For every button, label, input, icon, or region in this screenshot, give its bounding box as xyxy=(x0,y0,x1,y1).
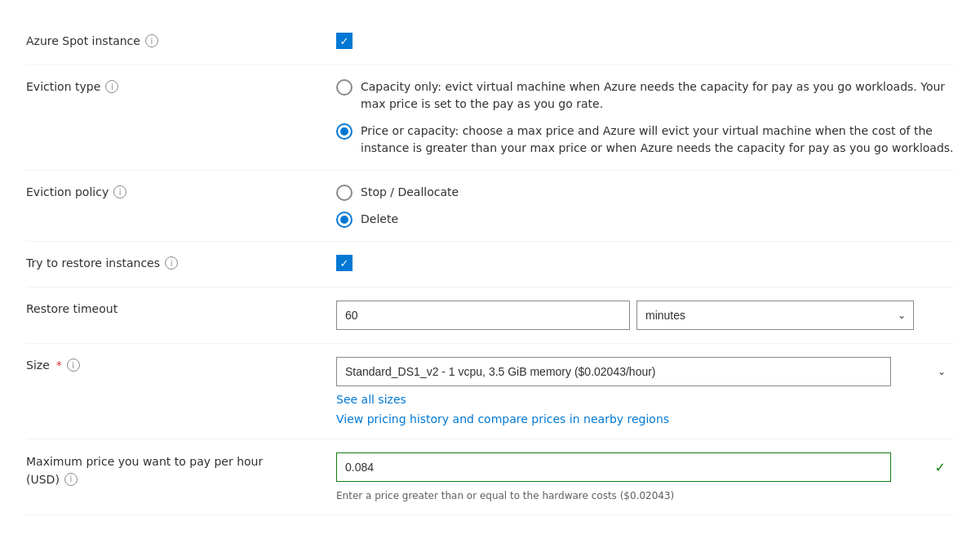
max-price-input[interactable] xyxy=(336,452,891,482)
eviction-type-capacity-only-label: Capacity only: evict virtual machine whe… xyxy=(361,78,954,113)
azure-spot-instance-row: Azure Spot instance i ✓ xyxy=(26,20,954,65)
eviction-type-capacity-only-radio[interactable] xyxy=(336,79,353,96)
see-all-sizes-link[interactable]: See all sizes xyxy=(336,393,954,406)
azure-spot-instance-label-text: Azure Spot instance xyxy=(26,34,140,47)
eviction-policy-label-text: Eviction policy xyxy=(26,185,109,198)
view-pricing-history-link[interactable]: View pricing history and compare prices … xyxy=(336,412,954,425)
size-row: Size * i Standard_DS1_v2 - 1 vcpu, 3.5 G… xyxy=(26,344,954,439)
restore-timeout-control: minutes hours ⌄ xyxy=(336,301,954,330)
azure-spot-instance-checkbox[interactable]: ✓ xyxy=(336,33,353,49)
restore-timeout-label: Restore timeout xyxy=(26,301,336,315)
max-price-input-wrapper: ✓ xyxy=(336,452,954,482)
max-price-valid-icon: ✓ xyxy=(935,460,946,475)
eviction-policy-delete-label: Delete xyxy=(361,211,398,228)
eviction-type-price-or-capacity-label: Price or capacity: choose a max price an… xyxy=(361,123,954,157)
eviction-policy-stop-deallocate-item[interactable]: Stop / Deallocate xyxy=(336,184,954,201)
size-label: Size * i xyxy=(26,357,336,372)
eviction-policy-stop-deallocate-radio[interactable] xyxy=(336,185,353,201)
eviction-policy-row: Eviction policy i Stop / Deallocate Dele… xyxy=(26,171,954,242)
max-price-control: ✓ Enter a price greater than or equal to… xyxy=(336,452,954,501)
restore-timeout-row: Restore timeout minutes hours ⌄ xyxy=(26,287,954,344)
eviction-type-price-or-capacity-radio[interactable] xyxy=(336,123,353,140)
size-select-wrapper: Standard_DS1_v2 - 1 vcpu, 3.5 GiB memory… xyxy=(336,357,954,386)
try-restore-info-icon[interactable]: i xyxy=(165,256,178,270)
eviction-policy-info-icon[interactable]: i xyxy=(113,185,126,198)
eviction-policy-stop-deallocate-label: Stop / Deallocate xyxy=(361,184,459,201)
max-price-label: Maximum price you want to pay per hour (… xyxy=(26,452,336,488)
eviction-type-info-icon[interactable]: i xyxy=(105,80,118,93)
restore-timeout-unit-wrapper: minutes hours ⌄ xyxy=(636,301,914,330)
eviction-policy-delete-radio[interactable] xyxy=(336,212,353,228)
size-control: Standard_DS1_v2 - 1 vcpu, 3.5 GiB memory… xyxy=(336,357,954,425)
restore-timeout-input[interactable] xyxy=(336,301,630,330)
eviction-type-label-text: Eviction type xyxy=(26,80,100,93)
eviction-policy-delete-item[interactable]: Delete xyxy=(336,211,954,228)
try-restore-checkbox[interactable]: ✓ xyxy=(336,255,353,271)
size-required-indicator: * xyxy=(56,359,62,372)
restore-timeout-unit-select[interactable]: minutes hours xyxy=(636,301,914,330)
max-price-label-line2: (USD) xyxy=(26,472,60,488)
try-restore-control: ✓ xyxy=(336,255,954,271)
eviction-type-price-or-capacity-item[interactable]: Price or capacity: choose a max price an… xyxy=(336,123,954,157)
eviction-type-capacity-only-item[interactable]: Capacity only: evict virtual machine whe… xyxy=(336,78,954,113)
eviction-policy-radio-group: Stop / Deallocate Delete xyxy=(336,184,954,228)
azure-spot-instance-checkmark: ✓ xyxy=(340,36,349,47)
azure-spot-instance-control: ✓ xyxy=(336,33,954,49)
restore-timeout-input-row: minutes hours ⌄ xyxy=(336,301,954,330)
size-info-icon[interactable]: i xyxy=(67,359,80,372)
restore-timeout-label-text: Restore timeout xyxy=(26,302,118,315)
azure-spot-instance-label: Azure Spot instance i xyxy=(26,33,336,47)
eviction-type-radio-group: Capacity only: evict virtual machine whe… xyxy=(336,78,954,157)
max-price-info-icon[interactable]: i xyxy=(64,473,78,486)
eviction-type-row: Eviction type i Capacity only: evict vir… xyxy=(26,65,954,171)
max-price-label-line1: Maximum price you want to pay per hour xyxy=(26,454,263,470)
eviction-type-label: Eviction type i xyxy=(26,78,336,93)
size-label-text: Size xyxy=(26,359,50,372)
try-restore-label: Try to restore instances i xyxy=(26,255,336,270)
max-price-row: Maximum price you want to pay per hour (… xyxy=(26,439,954,515)
azure-spot-instance-info-icon[interactable]: i xyxy=(145,34,158,47)
size-chevron-icon: ⌄ xyxy=(938,366,946,377)
try-restore-label-text: Try to restore instances xyxy=(26,256,160,270)
size-select[interactable]: Standard_DS1_v2 - 1 vcpu, 3.5 GiB memory… xyxy=(336,357,891,386)
eviction-policy-control: Stop / Deallocate Delete xyxy=(336,184,954,228)
max-price-hint: Enter a price greater than or equal to t… xyxy=(336,490,954,501)
eviction-policy-label: Eviction policy i xyxy=(26,184,336,198)
try-restore-checkmark: ✓ xyxy=(340,258,349,269)
try-restore-row: Try to restore instances i ✓ xyxy=(26,242,954,287)
eviction-type-control: Capacity only: evict virtual machine whe… xyxy=(336,78,954,157)
